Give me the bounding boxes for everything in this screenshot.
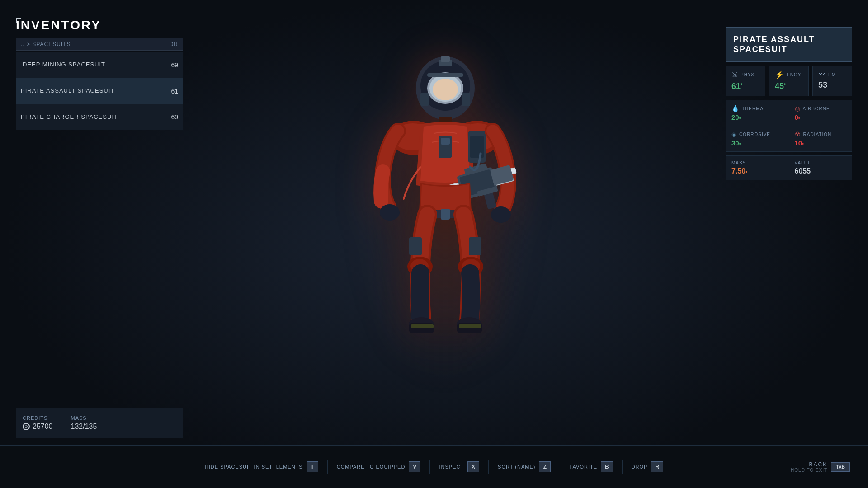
radiation-icon: ☢ (795, 131, 801, 138)
mass-section: MASS 132/135 (71, 415, 97, 431)
engy-label: ENGY (787, 72, 801, 77)
credits-value-row: ⊙ 25700 (23, 422, 53, 431)
phys-header: ⚔ PHYS (731, 70, 760, 79)
credits-section: CREDITS ⊙ 25700 (23, 415, 53, 431)
right-panel: PIRATE ASSAULT SPACESUIT ⚔ PHYS 61• ⚡ EN… (726, 27, 852, 180)
svg-rect-42 (459, 324, 481, 328)
hide-action: HIDE SPACESUIT IN SETTLEMENTS T (196, 461, 327, 472)
back-sub: HOLD TO EXIT (791, 468, 827, 473)
svg-rect-43 (409, 237, 422, 255)
sort-label: SORT (NAME) (498, 464, 535, 469)
svg-point-5 (433, 79, 458, 100)
thermal-value: 20• (731, 113, 783, 121)
corrosive-stat-cell: ◈ CORROSIVE 30• (726, 126, 789, 151)
inventory-title: INVENTORY (16, 18, 183, 33)
svg-rect-19 (470, 136, 484, 158)
value-mv-label: VALUE (795, 160, 847, 165)
inventory-item-1[interactable]: PIRATE ASSAULT SPACESUIT 61 (16, 78, 183, 104)
svg-rect-10 (441, 56, 450, 62)
back-key[interactable]: TAB (831, 462, 850, 472)
engy-stat-box: ⚡ ENGY 45• (769, 66, 809, 96)
back-label: BACK (809, 461, 828, 468)
character-preview-area (172, 0, 719, 443)
value-cell: VALUE 6055 (789, 156, 852, 180)
svg-rect-32 (441, 209, 450, 220)
em-icon: 〰 (818, 70, 826, 79)
phys-label: PHYS (741, 72, 755, 77)
inventory-list: DEEP MINING SPACESUIT 69 PIRATE ASSAULT … (16, 52, 183, 130)
radiation-value: 10• (795, 139, 847, 147)
inspect-action: INSPECT X (430, 461, 488, 472)
breadcrumb: .. > SPACESUITS (21, 41, 156, 47)
engy-header: ⚡ ENGY (775, 70, 803, 79)
main-stats-row: ⚔ PHYS 61• ⚡ ENGY 45• 〰 EM 53 (726, 66, 852, 96)
mass-mv-label: MASS (731, 160, 783, 165)
radiation-label: RADIATION (803, 132, 832, 137)
mass-cell: MASS 7.50• (726, 156, 789, 180)
drop-label: DROP (632, 464, 648, 469)
drop-key[interactable]: R (651, 461, 663, 472)
phys-stat-box: ⚔ PHYS 61• (726, 66, 765, 96)
favorite-key[interactable]: B (601, 461, 613, 472)
bottom-credits-bar: CREDITS ⊙ 25700 MASS 132/135 (16, 408, 183, 438)
compare-key[interactable]: V (409, 461, 420, 472)
svg-point-20 (380, 204, 400, 221)
airborne-icon: ◎ (795, 105, 800, 112)
item-title-box: PIRATE ASSAULT SPACESUIT (726, 27, 852, 62)
compare-action: COMPARE TO EQUIPPED V (328, 461, 430, 472)
mass-value-row: MASS 7.50• VALUE 6055 (726, 155, 852, 180)
back-section: BACK HOLD TO EXIT TAB (791, 461, 850, 473)
hide-label: HIDE SPACESUIT IN SETTLEMENTS (205, 464, 303, 469)
svg-rect-8 (462, 93, 470, 106)
corrosive-value: 30• (731, 139, 783, 147)
thermal-stat-cell: 💧 THERMAL 20• (726, 100, 789, 126)
inventory-item-2[interactable]: PIRATE CHARGER SPACESUIT 69 (16, 104, 183, 130)
em-header: 〰 EM (818, 70, 846, 79)
thermal-icon: 💧 (731, 105, 739, 112)
mass-mv-value: 7.50• (731, 167, 783, 175)
item-name-2: PIRATE CHARGER SPACESUIT (21, 113, 156, 121)
airborne-label: AIRBORNE (803, 106, 830, 111)
favorite-label: FAVORITE (569, 464, 597, 469)
em-stat-box: 〰 EM 53 (812, 66, 852, 96)
corrosive-label: CORROSIVE (739, 132, 770, 137)
mass-label: MASS (71, 415, 97, 421)
svg-rect-6 (427, 73, 463, 77)
svg-rect-44 (469, 237, 481, 255)
radiation-stat-cell: ☢ RADIATION 10• (789, 126, 852, 151)
phys-icon: ⚔ (731, 70, 738, 79)
airborne-stat-cell: ◎ AIRBORNE 0• (789, 100, 852, 126)
inspect-key[interactable]: X (467, 461, 479, 472)
left-panel: INVENTORY .. > SPACESUITS DR DEEP MINING… (16, 18, 183, 130)
value-mv-value: 6055 (795, 167, 847, 175)
mass-value: 132/135 (71, 422, 97, 431)
thermal-label: THERMAL (742, 106, 767, 111)
phys-value: 61• (731, 81, 760, 91)
compare-label: COMPARE TO EQUIPPED (337, 464, 406, 469)
credits-value: 25700 (33, 422, 53, 431)
airborne-header: ◎ AIRBORNE (795, 105, 847, 112)
credits-icon: ⊙ (23, 423, 30, 430)
favorite-action: FAVORITE B (560, 461, 622, 472)
breadcrumb-row[interactable]: .. > SPACESUITS DR (16, 38, 183, 51)
engy-icon: ⚡ (775, 70, 784, 79)
hide-key[interactable]: T (307, 461, 318, 472)
inventory-item-0[interactable]: DEEP MINING SPACESUIT 69 (16, 52, 183, 78)
svg-rect-37 (411, 324, 434, 328)
svg-rect-7 (420, 93, 429, 106)
svg-point-21 (491, 206, 511, 223)
credits-label: CREDITS (23, 415, 53, 421)
back-labels: BACK HOLD TO EXIT (791, 461, 827, 473)
back-row: BACK HOLD TO EXIT TAB (791, 461, 850, 473)
detail-item-title: PIRATE ASSAULT SPACESUIT (733, 35, 844, 54)
em-value: 53 (818, 80, 846, 90)
engy-value: 45• (775, 81, 803, 91)
sort-action: SORT (NAME) Z (489, 461, 560, 472)
corrosive-header: ◈ CORROSIVE (731, 131, 783, 138)
airborne-value: 0• (795, 113, 847, 121)
item-name-1: PIRATE ASSAULT SPACESUIT (21, 87, 156, 95)
radiation-header: ☢ RADIATION (795, 131, 847, 138)
inspect-label: INSPECT (439, 464, 464, 469)
drop-action: DROP R (623, 461, 672, 472)
sort-key[interactable]: Z (539, 461, 551, 472)
